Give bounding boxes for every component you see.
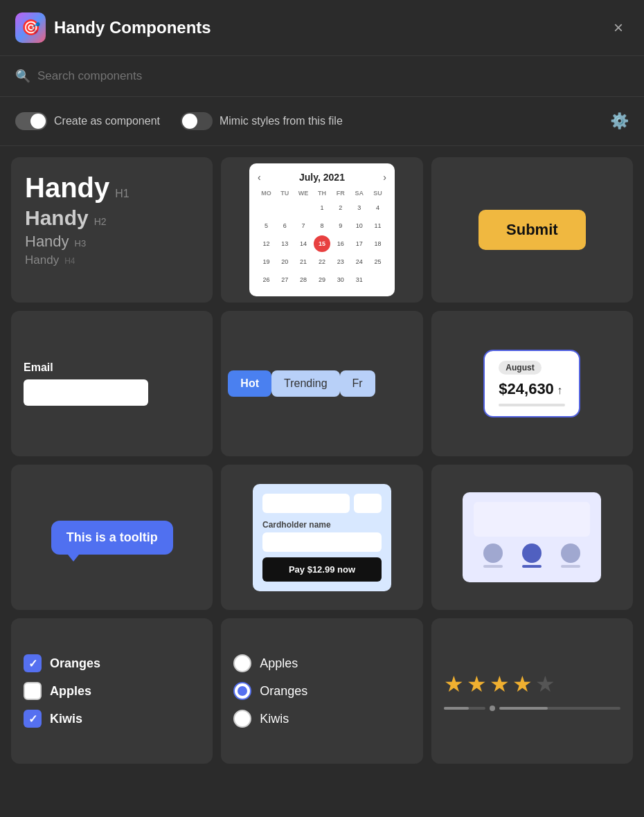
checkbox-kiwis[interactable]: ✓ bbox=[24, 710, 42, 728]
calendar-header: ‹ July, 2021 › bbox=[258, 172, 386, 183]
calendar-month: July, 2021 bbox=[299, 172, 345, 183]
avatar-line bbox=[483, 565, 503, 568]
cal-day[interactable]: 27 bbox=[276, 271, 293, 288]
cal-day[interactable]: 16 bbox=[332, 235, 349, 252]
radio-label-kiwis: Kiwis bbox=[260, 712, 289, 726]
typo-h3: Handy H3 bbox=[25, 233, 86, 251]
radio-dot bbox=[238, 686, 247, 696]
avatar-circle bbox=[561, 544, 580, 563]
tabs-row: Hot Trending Fr bbox=[228, 370, 375, 397]
cal-day[interactable]: 18 bbox=[370, 235, 386, 252]
radio-oranges[interactable] bbox=[233, 682, 251, 700]
cal-day[interactable]: 3 bbox=[351, 199, 368, 216]
cal-day[interactable]: 1 bbox=[314, 199, 330, 216]
settings-button[interactable]: ⚙️ bbox=[610, 112, 629, 130]
email-input[interactable] bbox=[24, 379, 148, 406]
avatar-row bbox=[474, 544, 590, 568]
create-component-label: Create as component bbox=[54, 115, 160, 127]
search-input[interactable] bbox=[37, 69, 629, 83]
payment-label: Cardholder name bbox=[262, 520, 382, 530]
avatar-circle-active bbox=[522, 544, 542, 563]
star-1[interactable]: ★ bbox=[444, 671, 464, 697]
cal-day[interactable]: 20 bbox=[276, 253, 293, 270]
cal-day-today[interactable]: 15 bbox=[314, 235, 330, 252]
star-2[interactable]: ★ bbox=[467, 671, 487, 697]
cal-day-name: MO bbox=[258, 188, 275, 198]
radio-item-kiwis[interactable]: Kiwis bbox=[233, 710, 289, 728]
mimic-styles-label: Mimic styles from this file bbox=[220, 115, 343, 127]
cal-day-name: WE bbox=[295, 188, 312, 198]
mimic-styles-toggle[interactable] bbox=[181, 112, 213, 130]
cal-day[interactable]: 17 bbox=[351, 235, 368, 252]
submit-button[interactable]: Submit bbox=[478, 210, 586, 250]
tab-trending[interactable]: Trending bbox=[271, 370, 340, 397]
avatar-line-active bbox=[522, 565, 542, 568]
cal-day[interactable]: 7 bbox=[295, 217, 312, 234]
calendar-grid: MO TU WE TH FR SA SU 1 2 3 4 5 6 7 8 9 bbox=[258, 188, 386, 288]
avatar-top-bar bbox=[474, 502, 590, 537]
checkbox-item-oranges[interactable]: ✓ Oranges bbox=[24, 654, 100, 672]
tabs-card: Hot Trending Fr bbox=[221, 311, 422, 456]
cal-day[interactable]: 30 bbox=[332, 271, 349, 288]
tab-hot[interactable]: Hot bbox=[228, 370, 271, 397]
checkbox-label-kiwis: Kiwis bbox=[50, 712, 82, 726]
cal-day[interactable]: 26 bbox=[258, 271, 274, 288]
toggles-row: Create as component Mimic styles from th… bbox=[0, 97, 644, 146]
checkbox-card: ✓ Oranges Apples ✓ Kiwis bbox=[11, 618, 213, 764]
close-button[interactable]: × bbox=[608, 17, 629, 39]
checkbox-oranges[interactable]: ✓ bbox=[24, 654, 42, 672]
radio-kiwis[interactable] bbox=[233, 710, 251, 728]
checkbox-apples[interactable] bbox=[24, 682, 42, 700]
cal-day[interactable]: 10 bbox=[351, 217, 368, 234]
button-card: Submit bbox=[431, 157, 633, 303]
star-3[interactable]: ★ bbox=[490, 671, 510, 697]
radio-item-apples[interactable]: Apples bbox=[233, 654, 298, 672]
cal-day[interactable]: 21 bbox=[295, 253, 312, 270]
calendar-card: ‹ July, 2021 › MO TU WE TH FR SA SU 1 2 … bbox=[221, 157, 422, 303]
tab-fr[interactable]: Fr bbox=[340, 370, 375, 397]
radio-item-oranges[interactable]: Oranges bbox=[233, 682, 307, 700]
cal-day[interactable]: 23 bbox=[332, 253, 349, 270]
stars-card: ★ ★ ★ ★ ★ bbox=[431, 618, 633, 764]
app-icon: 🎯 bbox=[15, 12, 46, 43]
stats-card: August $24,630 ↑ bbox=[431, 311, 633, 456]
cal-day[interactable]: 24 bbox=[351, 253, 368, 270]
payment-name-input[interactable] bbox=[262, 532, 382, 552]
cal-day[interactable]: 25 bbox=[370, 253, 386, 270]
cal-day[interactable]: 5 bbox=[258, 217, 274, 234]
typo-h4: Handy H4 bbox=[25, 253, 75, 267]
cal-day[interactable]: 8 bbox=[314, 217, 330, 234]
star-4[interactable]: ★ bbox=[512, 671, 533, 697]
cal-day-name: SU bbox=[369, 188, 386, 198]
cal-day[interactable]: 11 bbox=[370, 217, 386, 234]
cal-day[interactable]: 28 bbox=[295, 271, 312, 288]
cal-day[interactable]: 12 bbox=[258, 235, 274, 252]
cal-day[interactable]: 2 bbox=[332, 199, 349, 216]
cal-day[interactable]: 6 bbox=[276, 217, 293, 234]
cal-day[interactable]: 9 bbox=[332, 217, 349, 234]
radio-apples[interactable] bbox=[233, 654, 251, 672]
create-component-toggle[interactable] bbox=[15, 112, 47, 130]
calendar-prev[interactable]: ‹ bbox=[258, 172, 261, 183]
stats-bar bbox=[499, 404, 565, 406]
toggle-knob bbox=[30, 114, 46, 129]
typography-card: Handy H1 Handy H2 Handy H3 Handy H4 bbox=[11, 157, 213, 303]
calendar-next[interactable]: › bbox=[383, 172, 386, 183]
cal-day[interactable]: 29 bbox=[314, 271, 330, 288]
cal-day[interactable]: 13 bbox=[276, 235, 293, 252]
checkbox-item-kiwis[interactable]: ✓ Kiwis bbox=[24, 710, 82, 728]
cal-day[interactable]: 19 bbox=[258, 253, 274, 270]
radio-card: Apples Oranges Kiwis bbox=[221, 618, 422, 764]
pay-button[interactable]: Pay $12.99 now bbox=[262, 557, 382, 582]
cal-day[interactable]: 14 bbox=[295, 235, 312, 252]
cal-day[interactable]: 22 bbox=[314, 253, 330, 270]
avatar-person-3 bbox=[561, 544, 580, 568]
cal-day[interactable]: 4 bbox=[370, 199, 386, 216]
cal-day-name: SA bbox=[350, 188, 368, 198]
typo-h2: Handy H2 bbox=[25, 206, 107, 230]
checkbox-item-apples[interactable]: Apples bbox=[24, 682, 91, 700]
payment-input-2 bbox=[354, 494, 382, 513]
star-5[interactable]: ★ bbox=[535, 671, 555, 697]
cal-day[interactable]: 31 bbox=[351, 271, 368, 288]
payment-top-inputs bbox=[262, 494, 382, 513]
